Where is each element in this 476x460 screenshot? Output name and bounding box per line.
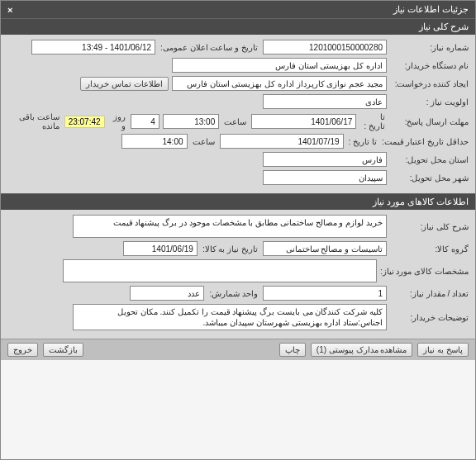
min-valid-time-field: 14:00 xyxy=(121,134,188,149)
close-icon[interactable]: × xyxy=(7,5,12,15)
need-no-field: 1201000150000280 xyxy=(263,40,387,55)
attachments-button[interactable]: مشاهده مدارک پیوستی (1) xyxy=(311,343,413,357)
deadline-label: مهلت ارسال پاسخ: xyxy=(390,117,469,126)
creator-label: ایجاد کننده درخواست: xyxy=(390,79,469,88)
min-valid-label: حداقل تاریخ اعتبار قیمت: xyxy=(382,137,469,146)
min-valid-to-label: تا تاریخ : xyxy=(347,137,378,146)
deadline-time-field: 13:00 xyxy=(163,114,220,129)
time-label-1: ساعت xyxy=(222,117,248,126)
qty-field: 1 xyxy=(263,286,387,301)
window-title: جزئیات اطلاعات نیاز xyxy=(393,4,469,15)
spacer xyxy=(88,343,274,357)
deadline-date-field: 1401/06/17 xyxy=(251,114,356,129)
button-bar: پاسخ به نیاز مشاهده مدارک پیوستی (1) چاپ… xyxy=(1,339,475,360)
time-label-2: ساعت xyxy=(191,137,217,146)
contact-buyer-button[interactable]: اطلاعات تماس خریدار xyxy=(80,77,169,91)
priority-field: عادی xyxy=(263,94,387,109)
need-date-label: تاریخ نیاز به کالا: xyxy=(201,244,259,254)
buyer-label: نام دستگاه خریدار: xyxy=(390,61,469,70)
unit-label: واحد شمارش: xyxy=(207,289,259,298)
city-label: شهر محل تحویل: xyxy=(390,173,469,183)
section1-body: شماره نیاز: 1201000150000280 تاریخ و ساع… xyxy=(1,35,475,193)
priority-label: اولویت نیاز : xyxy=(390,97,469,107)
creator-field: مجید عجم نوازی کارپرداز اداره کل بهزیستی… xyxy=(172,76,387,91)
buyer-field: اداره کل بهزیستی استان فارس xyxy=(172,58,387,73)
buyer-notes-label: توضیحات خریدار: xyxy=(390,313,469,322)
exit-button[interactable]: خروج xyxy=(7,343,38,357)
reply-button[interactable]: پاسخ به نیاز xyxy=(417,343,469,357)
spec-field xyxy=(63,259,377,282)
countdown-suffix: ساعت باقی مانده xyxy=(7,112,61,130)
days-remaining-field: 4 xyxy=(131,114,159,129)
group-label: گروه کالا: xyxy=(390,244,469,254)
unit-field: عدد xyxy=(130,286,204,301)
spec-label: مشخصات کالای مورد نیاز: xyxy=(380,267,469,276)
titlebar: جزئیات اطلاعات نیاز × xyxy=(1,1,475,18)
need-no-label: شماره نیاز: xyxy=(390,43,469,52)
city-field: سپیدان xyxy=(263,170,387,185)
province-field: فارس xyxy=(263,152,387,167)
group-field: تاسیسات و مصالح ساختمانی xyxy=(263,241,387,256)
need-date-field: 1401/06/19 xyxy=(123,241,198,256)
buyer-notes-field: کلیه شرکت کنندگان می بایست برگ پیشنهاد ق… xyxy=(73,304,387,330)
announce-label: تاریخ و ساعت اعلان عمومی: xyxy=(159,43,259,52)
section1-header: شرح کلی نیاز xyxy=(1,18,475,35)
desc-field: خرید لوازم و مصالح ساختمانی مطابق با مشخ… xyxy=(73,215,387,238)
print-button[interactable]: چاپ xyxy=(279,343,306,357)
deadline-to-label: تا تاریخ : xyxy=(359,112,387,130)
days-and-label: روز و xyxy=(108,112,127,130)
section2-body: شرح کلی نیاز: خرید لوازم و مصالح ساختمان… xyxy=(1,210,475,339)
section2-header: اطلاعات کالاهای مورد نیاز xyxy=(1,193,475,210)
countdown-field: 23:07:42 xyxy=(64,116,105,128)
announce-field: 1401/06/12 - 13:49 xyxy=(31,40,155,55)
min-valid-date-field: 1401/07/19 xyxy=(220,134,344,149)
desc-label: شرح کلی نیاز: xyxy=(390,222,469,231)
province-label: استان محل تحویل: xyxy=(390,155,469,164)
qty-label: تعداد / مقدار نیاز: xyxy=(390,289,469,298)
need-details-window: جزئیات اطلاعات نیاز × شرح کلی نیاز شماره… xyxy=(0,0,476,460)
back-button[interactable]: بازگشت xyxy=(43,343,83,357)
